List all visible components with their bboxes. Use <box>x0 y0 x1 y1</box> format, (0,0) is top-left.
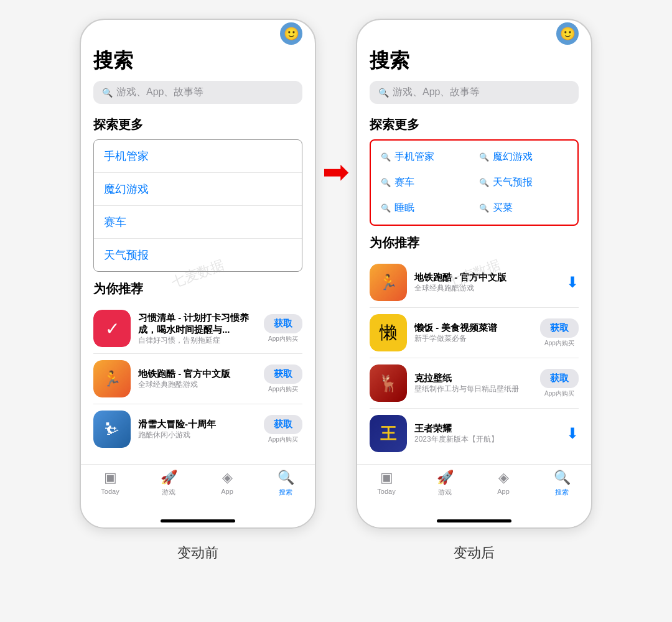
app-list-item: 王 王者荣耀 2023年度新版本【开航】 ⬇ <box>370 409 579 458</box>
app-desc-ski: 跑酷休闲小游戏 <box>138 430 256 440</box>
app-action-subway-after: ⬇ <box>566 274 579 291</box>
grid-item[interactable]: 🔍 买菜 <box>474 195 572 221</box>
get-button-ski[interactable]: 获取 <box>264 415 302 434</box>
after-recommend-title: 为你推荐 <box>370 234 579 251</box>
after-search-icon: 🔍 <box>378 88 389 98</box>
app-desc-honor: 2023年度新版本【开航】 <box>414 435 559 445</box>
list-item[interactable]: 赛车 <box>94 206 302 239</box>
grid-search-icon: 🔍 <box>381 203 391 213</box>
tab-today-after[interactable]: ▣ Today <box>365 470 408 495</box>
get-button-habit[interactable]: 获取 <box>264 314 302 333</box>
games-icon: 🚀 <box>161 470 177 486</box>
search-icon-tab: 🔍 <box>278 470 294 486</box>
app-name-habit: 习惯清单 - 计划打卡习惯养成，喝水时间提醒与... <box>138 312 256 336</box>
before-search-bar[interactable]: 🔍 游戏、App、故事等 <box>93 81 302 104</box>
app-list-item: 🏃 地铁跑酷 - 官方中文版 全球经典跑酷游戏 ⬇ <box>370 258 579 308</box>
app-icon-wallpaper: 🦌 <box>370 364 407 402</box>
app-desc-subway-after: 全球经典跑酷游戏 <box>414 284 559 294</box>
app-icon-lazy: 懒 <box>370 314 407 351</box>
after-content: 搜索 🔍 游戏、App、故事等 探索更多 🔍 手机管家 <box>357 47 591 464</box>
app-desc-habit: 自律好习惯，告别拖延症 <box>138 336 256 346</box>
tab-search-before[interactable]: 🔍 搜索 <box>264 470 307 497</box>
before-wrapper: 七麦数据 🙂 搜索 🔍 游戏、App、故事等 探索更多 手机管家 魔幻游戏 赛车 <box>80 19 316 562</box>
before-recommend-title: 为你推荐 <box>93 281 302 297</box>
before-screen: 🙂 搜索 🔍 游戏、App、故事等 探索更多 手机管家 魔幻游戏 赛车 天气预报 <box>81 20 315 464</box>
app-name-subway: 地铁跑酷 - 官方中文版 <box>138 368 256 380</box>
arrow-container: ➡ <box>316 156 356 188</box>
app-list-item: 懒 懒饭 - 美食视频菜谱 新手学做菜必备 获取 App内购买 <box>370 308 579 358</box>
get-button-lazy[interactable]: 获取 <box>540 318 579 338</box>
after-search-placeholder: 游戏、App、故事等 <box>393 86 480 99</box>
grid-item[interactable]: 🔍 赛车 <box>376 170 474 195</box>
home-bar <box>161 519 235 522</box>
app-name-ski: 滑雪大冒险-十周年 <box>138 418 256 430</box>
after-home-indicator <box>357 514 591 527</box>
app-action-subway: 获取 App内购买 <box>264 364 302 394</box>
after-screen: 🙂 搜索 🔍 游戏、App、故事等 探索更多 🔍 手机管家 <box>357 20 591 464</box>
app-icon-ski: ⛷ <box>93 411 131 448</box>
grid-item-label: 买菜 <box>493 202 513 215</box>
before-label: 变动前 <box>177 544 218 562</box>
grid-search-icon: 🔍 <box>479 152 489 162</box>
get-button-subway[interactable]: 获取 <box>264 364 302 384</box>
app-desc-wallpaper: 壁纸制作工坊与每日精品壁纸册 <box>414 384 533 394</box>
app-icon-subway: 🏃 <box>93 360 131 397</box>
app-name-subway-after: 地铁跑酷 - 官方中文版 <box>414 271 559 284</box>
sub-label-habit: App内购买 <box>268 335 298 343</box>
before-title: 搜索 <box>93 47 302 75</box>
before-phone: 七麦数据 🙂 搜索 🔍 游戏、App、故事等 探索更多 手机管家 魔幻游戏 赛车 <box>80 19 316 529</box>
sub-label-wallpaper: App内购买 <box>544 389 574 398</box>
after-avatar: 🙂 <box>556 22 579 45</box>
arrow-icon: ➡ <box>322 156 350 188</box>
grid-item-label: 赛车 <box>394 176 414 189</box>
tab-search-after[interactable]: 🔍 搜索 <box>540 470 584 497</box>
app-name-wallpaper: 克拉壁纸 <box>414 372 533 384</box>
tab-app-after[interactable]: ◈ App <box>482 470 525 495</box>
app-name-honor: 王者荣耀 <box>414 422 559 435</box>
list-item[interactable]: 手机管家 <box>94 140 302 173</box>
subway-icon: 🏃 <box>93 360 131 397</box>
grid-item[interactable]: 🔍 魔幻游戏 <box>474 144 572 170</box>
tab-today-before[interactable]: ▣ Today <box>88 470 132 495</box>
honor-icon: 王 <box>370 415 407 452</box>
app-list-item: ✓ 习惯清单 - 计划打卡习惯养成，喝水时间提醒与... 自律好习惯，告别拖延症… <box>93 304 302 354</box>
tab-games-before[interactable]: 🚀 游戏 <box>147 470 190 497</box>
grid-item[interactable]: 🔍 天气预报 <box>474 170 572 195</box>
before-tab-bar: ▣ Today 🚀 游戏 ◈ App 🔍 搜索 <box>81 464 315 514</box>
grid-search-icon: 🔍 <box>381 178 391 187</box>
tab-search-label-after: 搜索 <box>555 488 569 497</box>
app-info-honor: 王者荣耀 2023年度新版本【开航】 <box>414 422 559 444</box>
tab-games-after[interactable]: 🚀 游戏 <box>423 470 467 497</box>
tab-games-label-after: 游戏 <box>438 488 452 497</box>
after-tab-bar: ▣ Today 🚀 游戏 ◈ App 🔍 搜索 <box>357 464 591 514</box>
app-icon-habit: ✓ <box>93 310 131 347</box>
app-info-wallpaper: 克拉壁纸 壁纸制作工坊与每日精品壁纸册 <box>414 372 533 394</box>
grid-item-label: 手机管家 <box>394 151 434 164</box>
cloud-download-icon[interactable]: ⬇ <box>566 274 579 291</box>
grid-item[interactable]: 🔍 手机管家 <box>376 144 474 170</box>
before-content: 搜索 🔍 游戏、App、故事等 探索更多 手机管家 魔幻游戏 赛车 天气预报 为… <box>81 47 315 464</box>
after-explore-title: 探索更多 <box>370 116 579 133</box>
tab-today-label-after: Today <box>377 488 395 495</box>
before-avatar: 🙂 <box>280 22 302 45</box>
after-recommend: 为你推荐 🏃 地铁跑酷 - 官方中文版 全球经典跑酷游戏 ⬇ <box>370 234 579 458</box>
today-icon: ▣ <box>104 470 117 486</box>
app-action-ski: 获取 App内购买 <box>264 415 302 444</box>
before-search-icon: 🔍 <box>102 88 113 98</box>
tab-today-label: Today <box>101 488 119 495</box>
get-button-wallpaper[interactable]: 获取 <box>540 369 579 388</box>
comparison-container: 七麦数据 🙂 搜索 🔍 游戏、App、故事等 探索更多 手机管家 魔幻游戏 赛车 <box>12 19 660 562</box>
list-item[interactable]: 魔幻游戏 <box>94 173 302 206</box>
app-action-habit: 获取 App内购买 <box>264 314 302 343</box>
cloud-download-icon-honor[interactable]: ⬇ <box>566 425 579 442</box>
list-item[interactable]: 天气预报 <box>94 239 302 271</box>
after-search-bar[interactable]: 🔍 游戏、App、故事等 <box>370 81 579 104</box>
app-desc-subway: 全球经典跑酷游戏 <box>138 380 256 390</box>
sub-label-lazy: App内购买 <box>544 339 574 348</box>
tab-games-label: 游戏 <box>162 488 175 497</box>
app-info-subway: 地铁跑酷 - 官方中文版 全球经典跑酷游戏 <box>138 368 256 389</box>
lazy-icon: 懒 <box>370 314 407 351</box>
tab-app-before[interactable]: ◈ App <box>205 470 249 495</box>
after-status-bar: 🙂 <box>357 20 591 47</box>
grid-item[interactable]: 🔍 睡眠 <box>376 195 474 221</box>
